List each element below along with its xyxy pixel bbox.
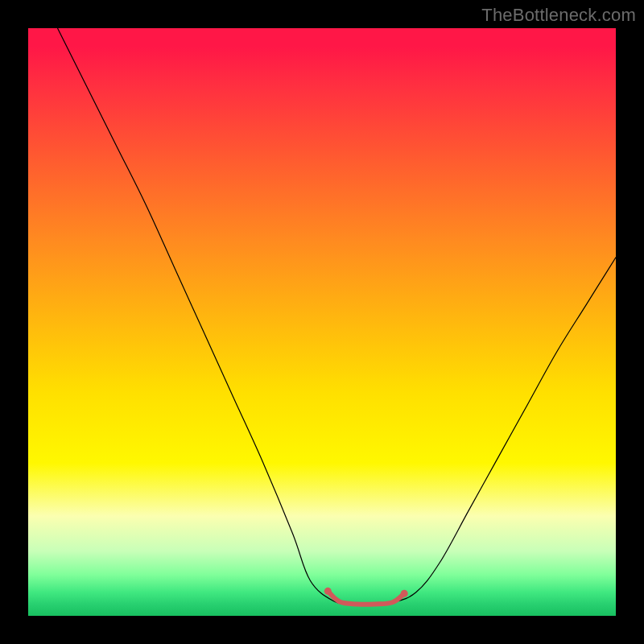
- chart-svg: [28, 28, 616, 616]
- optimal-start-dot: [324, 588, 332, 595]
- bottleneck-curve: [58, 28, 617, 605]
- optimal-range-highlight: [328, 591, 404, 604]
- optimal-end-dot: [401, 590, 408, 597]
- markers-layer: [324, 588, 408, 597]
- highlight-layer: [328, 591, 404, 604]
- curve-layer: [58, 28, 617, 605]
- chart-frame: TheBottleneck.com: [0, 0, 644, 644]
- watermark-text: TheBottleneck.com: [481, 5, 636, 26]
- plot-area: [28, 28, 616, 616]
